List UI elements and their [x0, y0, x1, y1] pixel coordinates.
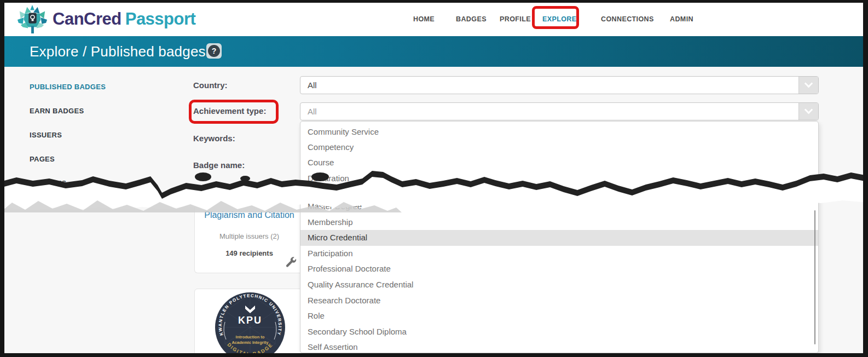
kpu-logo-text: KPU: [238, 315, 262, 326]
frame-border: [0, 0, 868, 3]
dropdown-item[interactable]: Competency: [300, 140, 818, 155]
question-mark-icon: ?: [208, 45, 220, 57]
achievement-type-select-value: All: [308, 103, 317, 120]
sidebar-item-published-badges[interactable]: PUBLISHED BADGES: [30, 83, 106, 91]
country-select-value: All: [308, 77, 317, 94]
kpu-line2: Academic Integrity: [232, 340, 269, 345]
wrench-icon[interactable]: [285, 256, 297, 268]
dropdown-item[interactable]: Secondary School Diploma: [300, 324, 818, 340]
sidebar-item-issuers[interactable]: ISSUERS: [30, 131, 62, 139]
nav-item-admin[interactable]: ADMIN: [670, 15, 693, 23]
page-title: Explore / Published badges: [30, 43, 206, 60]
kpu-line1: Introduction to: [236, 335, 265, 339]
dropdown-item[interactable]: Membership: [300, 215, 818, 231]
nav-item-connections[interactable]: CONNECTIONS: [601, 15, 654, 23]
achievement-type-select[interactable]: All: [300, 102, 819, 120]
badge-name-label: Badge name:: [193, 160, 245, 170]
country-select-button[interactable]: [798, 77, 818, 94]
top-bar: CanCredPassport HOME BADGES PROFILE EXPL…: [0, 0, 868, 36]
dropdown-item[interactable]: Professional Doctorate: [300, 261, 818, 277]
frame-border: [0, 353, 868, 357]
app-window: CanCredPassport HOME BADGES PROFILE EXPL…: [0, 0, 868, 357]
badge-card-issuer: Multiple issuers (2): [195, 232, 304, 240]
keywords-label: Keywords:: [193, 134, 235, 143]
badge-card-title[interactable]: Plagiarism and Citation: [195, 210, 304, 220]
brand-logo[interactable]: CanCredPassport: [15, 3, 195, 35]
page-header-band: Explore / Published badges ?: [0, 36, 868, 67]
dropdown-items-below-tear: Master Degree Membership Micro Credentia…: [300, 199, 818, 355]
maple-leaf-icon: [15, 4, 49, 34]
nav-item-badges[interactable]: BADGES: [456, 15, 487, 23]
badge-card-kpu[interactable]: KWANTLEN POLYTECHNIC UNIVERSITY KPU Intr…: [194, 289, 304, 357]
kpu-badge-image: KWANTLEN POLYTECHNIC UNIVERSITY KPU Intr…: [195, 289, 304, 357]
badge-card-plagiarism[interactable]: Plagiarism and Citation Multiple issuers…: [194, 197, 304, 273]
sidebar-item-earn-badges[interactable]: EARN BADGES: [30, 107, 84, 115]
chevron-down-icon: [805, 106, 813, 114]
dropdown-item[interactable]: Participation: [300, 246, 818, 262]
dropdown-item[interactable]: Master Degree: [300, 199, 818, 215]
sidebar-item-pages[interactable]: PAGES: [30, 155, 55, 163]
dropdown-item-highlighted[interactable]: Micro Credential: [300, 230, 818, 246]
achievement-type-dropdown: Community Service Competency Course Decl…: [300, 121, 819, 353]
dropdown-item[interactable]: Research Doctorate: [300, 293, 818, 309]
dropdown-items-above-tear: Community Service Competency Course Decl…: [300, 124, 818, 186]
dropdown-scrollbar[interactable]: [814, 210, 815, 344]
dropdown-item[interactable]: Community Service: [300, 124, 818, 140]
frame-border: [863, 0, 868, 357]
frame-border: [0, 0, 4, 357]
dropdown-item[interactable]: Quality Assurance Credential: [300, 277, 818, 293]
brand-name: CanCredPassport: [53, 9, 195, 29]
nav-item-home[interactable]: HOME: [413, 15, 435, 23]
help-button[interactable]: ?: [206, 43, 222, 59]
country-label: Country:: [193, 80, 228, 90]
achievement-type-label: Achievement type:: [193, 106, 266, 116]
brand-name-primary: CanCred: [53, 9, 121, 28]
dropdown-item[interactable]: Declaration: [300, 171, 818, 186]
brand-name-secondary: Passport: [125, 9, 196, 28]
dropdown-item[interactable]: Course: [300, 155, 818, 170]
nav-item-explore[interactable]: EXPLORE: [542, 15, 577, 23]
country-select[interactable]: All: [300, 76, 819, 94]
chevron-down-icon: [805, 79, 813, 88]
achievement-type-select-button[interactable]: [798, 103, 818, 120]
dropdown-item[interactable]: Role: [300, 308, 818, 324]
nav-item-profile[interactable]: PROFILE: [500, 15, 531, 23]
sidebar-item-profiles[interactable]: PROFILES: [30, 179, 66, 187]
